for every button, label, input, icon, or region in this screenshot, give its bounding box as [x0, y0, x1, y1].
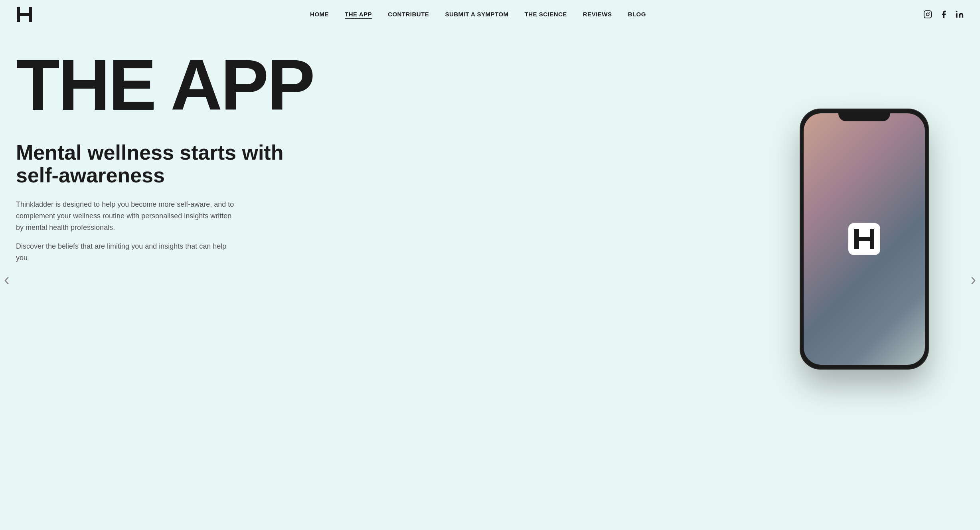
phone-screen: [804, 113, 925, 365]
page-title: THE APP: [16, 53, 964, 117]
svg-rect-3: [924, 11, 931, 18]
nav-item-home[interactable]: HOME: [310, 11, 329, 18]
nav-links: HOME THE APP CONTRIBUTE SUBMIT A SYMPTOM…: [310, 11, 646, 18]
nav-item-reviews[interactable]: REVIEWS: [583, 11, 612, 18]
svg-rect-2: [20, 13, 29, 16]
svg-point-6: [956, 11, 958, 12]
nav-link-home[interactable]: HOME: [310, 11, 329, 18]
phone-frame: [800, 109, 928, 369]
linkedin-icon[interactable]: [955, 10, 964, 19]
hero-description-1: Thinkladder is designed to help you beco…: [16, 199, 239, 233]
nav-item-contribute[interactable]: CONTRIBUTE: [388, 11, 429, 18]
facebook-icon[interactable]: [939, 10, 948, 19]
logo-icon: [16, 6, 33, 23]
carousel-next-button[interactable]: ›: [971, 271, 976, 289]
svg-rect-9: [859, 237, 870, 241]
phone-app-logo: [848, 223, 880, 255]
nav-link-the-app[interactable]: THE APP: [345, 11, 372, 19]
svg-rect-1: [29, 7, 32, 22]
nav-item-blog[interactable]: BLOG: [628, 11, 646, 18]
svg-rect-8: [870, 229, 874, 249]
hero-description-2: Discover the beliefs that are limiting y…: [16, 241, 239, 264]
logo[interactable]: [16, 6, 33, 23]
svg-rect-7: [854, 229, 859, 249]
phone-mockup: [788, 109, 940, 409]
logo-svg: [17, 7, 32, 22]
nav-link-the-science[interactable]: THE SCIENCE: [525, 11, 567, 18]
hero-section: ‹ › THE APP Mental wellness starts with …: [0, 29, 980, 530]
nav-link-reviews[interactable]: REVIEWS: [583, 11, 612, 18]
nav-item-submit-symptom[interactable]: SUBMIT A SYMPTOM: [445, 11, 508, 18]
carousel-prev-button[interactable]: ‹: [4, 271, 9, 289]
svg-rect-0: [17, 7, 20, 22]
nav-item-the-science[interactable]: THE SCIENCE: [525, 11, 567, 18]
svg-point-4: [926, 13, 929, 16]
main-nav: HOME THE APP CONTRIBUTE SUBMIT A SYMPTOM…: [0, 0, 980, 29]
nav-link-blog[interactable]: BLOG: [628, 11, 646, 18]
nav-social: [923, 10, 964, 19]
phone-notch: [838, 109, 890, 121]
nav-link-contribute[interactable]: CONTRIBUTE: [388, 11, 429, 18]
nav-link-submit-symptom[interactable]: SUBMIT A SYMPTOM: [445, 11, 508, 18]
nav-item-the-app[interactable]: THE APP: [345, 11, 372, 18]
instagram-icon[interactable]: [923, 10, 932, 19]
hero-subtitle: Mental wellness starts with self-awarene…: [16, 141, 295, 187]
svg-point-5: [929, 12, 930, 13]
hero-text-block: Mental wellness starts with self-awarene…: [16, 133, 295, 271]
phone-logo-svg: [854, 229, 874, 249]
hero-content: Mental wellness starts with self-awarene…: [16, 133, 964, 271]
